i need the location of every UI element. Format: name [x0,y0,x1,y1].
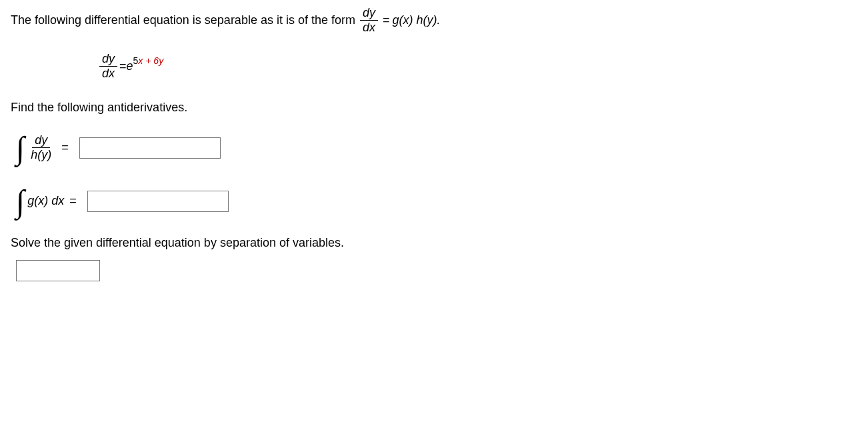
eqn-frac-num: dy [99,53,117,67]
intro-dy-dx: dy dx [360,7,378,34]
integral-sign-1: ∫ [16,133,25,162]
eqn-exponent: 5x + 6y [133,54,164,68]
solve-instruction: Solve the given differential equation by… [11,234,857,252]
eqn-equals: = [119,57,127,75]
integral-sign-2: ∫ [16,187,25,215]
int2-integrand: g(x) dx [27,192,64,210]
eqn-frac-den: dx [99,67,117,80]
solution-answer-input[interactable] [16,260,100,281]
intro-rhs: g(x) h(y). [393,11,441,29]
int1-num: dy [32,134,50,148]
int2-equals: = [69,192,77,210]
intro-eq: = [383,11,390,29]
displayed-equation: dy dx = e5x + 6y [97,53,857,80]
intro-frac-den: dx [360,21,378,34]
eqn-e: e [127,57,133,75]
int2-answer-input[interactable] [87,191,229,212]
int1-frac: dy h(y) [28,134,54,161]
int1-equals: = [61,139,69,157]
eqn-dy-dx: dy dx [99,53,117,80]
intro-line: The following differential equation is s… [11,7,857,34]
integral-2-row: ∫ g(x) dx = [16,181,857,222]
int1-den: h(y) [28,148,54,161]
intro-frac-num: dy [360,7,378,21]
eqn-exp-red: x + 6y [138,55,163,66]
int1-answer-input[interactable] [79,137,221,159]
find-antiderivatives-text: Find the following antiderivatives. [11,99,857,117]
intro-text-1: The following differential equation is s… [11,11,355,29]
integral-1-row: ∫ dy h(y) = [16,127,857,169]
